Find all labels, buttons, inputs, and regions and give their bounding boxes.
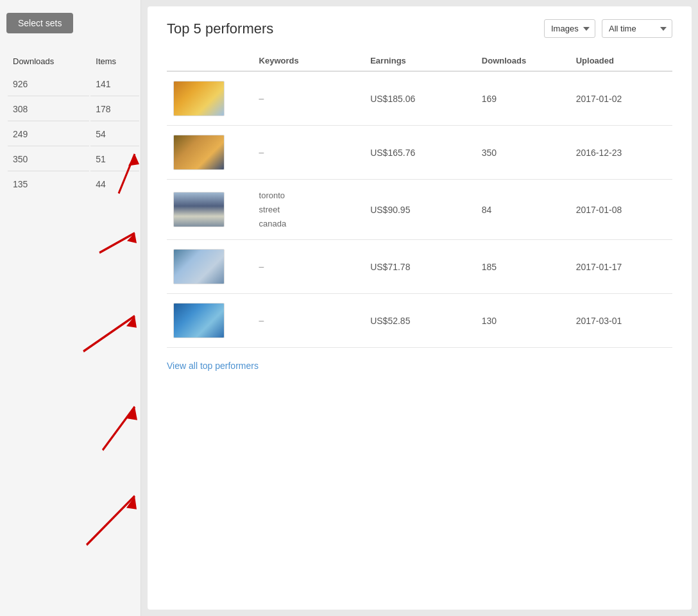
svg-marker-5: [126, 316, 137, 327]
thumbnail-image: [173, 192, 225, 227]
performers-header: Top 5 performers ImagesVideosVectors All…: [167, 19, 672, 38]
table-row: torontostreetcanada US$90.95 84 2017-01-…: [167, 180, 672, 240]
sidebar-col-downloads-header: Downloads: [8, 54, 89, 71]
sidebar-stats-table: Downloads Items 926 141 308 178 249 54 3…: [6, 53, 140, 197]
table-row: – US$165.76 350 2016-12-23: [167, 126, 672, 180]
sidebar-downloads-cell: 350: [8, 148, 89, 171]
col-downloads-header: Downloads: [475, 51, 570, 71]
svg-line-8: [87, 496, 135, 545]
col-keywords-header: Keywords: [253, 51, 364, 71]
earnings-cell: US$185.06: [364, 71, 475, 126]
thumbnail-image: [173, 303, 225, 338]
downloads-cell: 130: [475, 294, 570, 348]
thumbnail-image: [173, 249, 225, 284]
keywords-cell: –: [253, 71, 364, 126]
select-sets-button[interactable]: Select sets: [6, 13, 73, 33]
performers-table: Keywords Earnings Downloads Uploaded – U…: [167, 51, 672, 348]
type-dropdown[interactable]: ImagesVideosVectors: [544, 19, 595, 38]
main-panel: Top 5 performers ImagesVideosVectors All…: [148, 6, 692, 610]
sidebar-downloads-cell: 135: [8, 173, 89, 196]
view-all-link[interactable]: View all top performers: [167, 361, 259, 371]
header-controls: ImagesVideosVectors All timeLast 30 days…: [544, 19, 672, 38]
keywords-dash: –: [259, 93, 264, 103]
sidebar-items-cell: 44: [90, 173, 139, 196]
uploaded-cell: 2017-03-01: [570, 294, 672, 348]
earnings-cell: US$52.85: [364, 294, 475, 348]
sidebar-items-cell: 54: [90, 123, 139, 146]
thumbnail-image: [173, 135, 225, 170]
sidebar-col-items-header: Items: [90, 54, 139, 71]
svg-marker-7: [127, 407, 137, 420]
sidebar-row: 135 44: [8, 173, 139, 196]
sidebar-row: 350 51: [8, 148, 139, 171]
keywords-cell: –: [253, 126, 364, 180]
sidebar-row: 926 141: [8, 73, 139, 96]
svg-marker-9: [126, 496, 137, 509]
downloads-cell: 169: [475, 71, 570, 126]
thumbnail-cell: [167, 71, 253, 126]
earnings-cell: US$71.78: [364, 240, 475, 294]
keywords-dash: –: [259, 261, 264, 271]
thumbnail-image: [173, 81, 225, 116]
sidebar-items-cell: 178: [90, 98, 139, 121]
earnings-cell: US$90.95: [364, 180, 475, 240]
sidebar-row: 249 54: [8, 123, 139, 146]
downloads-cell: 350: [475, 126, 570, 180]
uploaded-cell: 2017-01-17: [570, 240, 672, 294]
keywords-dash: –: [259, 315, 264, 325]
keywords-dash: –: [259, 147, 264, 157]
svg-line-6: [103, 407, 135, 450]
table-row: – US$52.85 130 2017-03-01: [167, 294, 672, 348]
col-img-header: [167, 51, 253, 71]
sidebar-downloads-cell: 249: [8, 123, 89, 146]
sidebar-row: 308 178: [8, 98, 139, 121]
thumbnail-cell: [167, 180, 253, 240]
col-uploaded-header: Uploaded: [570, 51, 672, 71]
svg-line-2: [99, 233, 135, 253]
thumbnail-cell: [167, 126, 253, 180]
keywords-text: torontostreetcanada: [259, 191, 287, 228]
keywords-cell: –: [253, 240, 364, 294]
uploaded-cell: 2017-01-02: [570, 71, 672, 126]
svg-marker-3: [127, 233, 137, 243]
page-title: Top 5 performers: [167, 21, 273, 37]
downloads-cell: 185: [475, 240, 570, 294]
keywords-cell: –: [253, 294, 364, 348]
sidebar-items-cell: 141: [90, 73, 139, 96]
sidebar: Select sets Downloads Items 926 141 308 …: [0, 0, 141, 616]
sidebar-downloads-cell: 308: [8, 98, 89, 121]
uploaded-cell: 2016-12-23: [570, 126, 672, 180]
table-row: – US$71.78 185 2017-01-17: [167, 240, 672, 294]
uploaded-cell: 2017-01-08: [570, 180, 672, 240]
page-wrapper: Select sets Downloads Items 926 141 308 …: [0, 0, 698, 616]
sidebar-items-cell: 51: [90, 148, 139, 171]
sidebar-downloads-cell: 926: [8, 73, 89, 96]
earnings-cell: US$165.76: [364, 126, 475, 180]
downloads-cell: 84: [475, 180, 570, 240]
table-row: – US$185.06 169 2017-01-02: [167, 71, 672, 126]
keywords-cell: torontostreetcanada: [253, 180, 364, 240]
thumbnail-cell: [167, 240, 253, 294]
time-dropdown[interactable]: All timeLast 30 daysLast 90 daysLast yea…: [602, 19, 672, 38]
svg-line-4: [83, 316, 135, 351]
thumbnail-cell: [167, 294, 253, 348]
col-earnings-header: Earnings: [364, 51, 475, 71]
